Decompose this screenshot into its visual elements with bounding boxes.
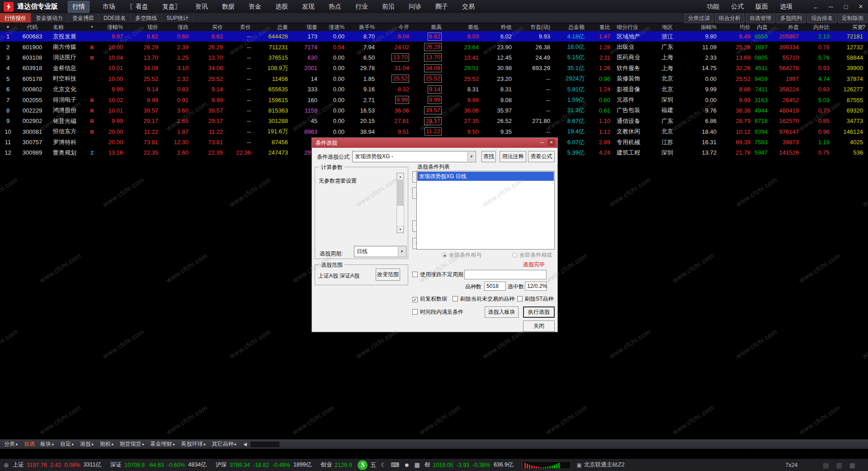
bottom-tab-自定[interactable]: 自定▲ [60,440,75,448]
menu-item-复盘〗[interactable]: 复盘〗 [161,1,182,12]
column-header-细分行业[interactable]: 细分行业 [613,23,656,31]
checkbox-icon[interactable] [453,296,458,301]
toolbar-tab-多空阵线[interactable]: 多空阵线 [131,13,162,23]
table-row[interactable]: 7002055得润电子R10.029.990.919.99--159615160… [0,94,868,105]
table-row[interactable]: 1600683京投发展9.976.620.606.62--6444261730.… [0,31,868,42]
bottom-tab-板块[interactable]: 板块▲ [40,440,55,448]
monitor-icon[interactable]: ▤ [823,462,829,469]
chevron-down-icon[interactable]: ▼ [467,152,475,161]
table-row[interactable]: 2601900南方传媒R10.0026.292.3926.29--7112317… [0,42,868,52]
execute-pick-button[interactable]: 执行选股 [523,306,555,318]
download-icon[interactable]: ▦ [849,462,855,469]
checkbox-variable-period[interactable]: 使用涨跌不定周期 [412,271,463,278]
menu-item-资金[interactable]: 资金 [248,1,262,12]
usage-note-button[interactable]: 用法注释 [500,151,526,162]
column-header-最低[interactable]: 最低 [444,23,481,31]
keyboard-icon[interactable]: ⌨ [391,462,399,468]
radio-all-and[interactable]: 全部条件相与 [442,251,481,259]
scroll-up-icon[interactable]: ▲ [397,173,404,180]
column-header-振幅%[interactable]: 振幅% [678,23,719,31]
menu-item-选项[interactable]: 选项 [780,3,793,11]
toolbar-button-综合排名[interactable]: 综合排名 [807,14,836,23]
formula-combobox[interactable]: 发现强势股XG - ▼ [352,151,476,162]
checkbox-icon[interactable] [517,296,523,301]
toolbar-tab-行情报价[interactable]: 行情报价 [0,13,31,23]
qr-grid-icon[interactable]: ▦ [415,462,420,468]
toolbar-tab-SUP统计[interactable]: SUP统计 [162,13,193,23]
radio-icon[interactable] [512,253,517,258]
menu-item-数据[interactable]: 数据 [221,1,236,12]
change-range-button[interactable]: 改变范围 [376,268,400,281]
toolbar-button-定制版面[interactable]: 定制版面 [838,14,867,23]
column-header-昨收[interactable]: 昨收 [481,23,514,31]
column-header-代码[interactable]: 代码 [16,23,49,31]
checkbox-forward-adjusted[interactable]: ✓前复权数据 [412,295,447,303]
column-header-今开[interactable]: 今开 [377,23,411,31]
column-header-•[interactable]: • [87,23,97,31]
bottom-tab-美股环球[interactable]: 美股环球▲ [181,440,206,448]
input-wubi-indicator[interactable]: 五 [370,461,376,469]
checkbox-checked-icon[interactable]: ✓ [412,297,418,302]
menu-item-发现[interactable]: 发现 [301,1,316,12]
bottom-tab-期权[interactable]: 期权▲ [100,440,114,448]
scroll-down-icon[interactable]: ▼ [397,226,404,233]
menu-item-〖看盘[interactable]: 〖看盘 [128,1,149,12]
menu-item-资讯[interactable]: 资讯 [194,1,209,12]
radio-all-or[interactable]: 全部条件相或 [512,251,552,259]
toolbar-button-多股同列[interactable]: 多股同列 [777,14,806,23]
scrollbar-thumb[interactable] [397,180,403,206]
bottom-tab-基金理财[interactable]: 基金理财▲ [151,440,176,448]
column-header-内盘[interactable]: 内盘 [753,23,770,31]
find-button[interactable]: 查找 [481,151,496,162]
table-row[interactable]: 9002902铭普光磁R9.9929.172.6529.17--30128845… [0,116,868,126]
menu-item-市场[interactable]: 市场 [102,1,116,12]
column-header-总量[interactable]: 总量 [253,23,290,31]
column-header-现价[interactable]: 现价 [125,23,160,31]
menu-item-版面[interactable]: 版面 [755,3,768,11]
view-formula-button[interactable]: 查看公式 [528,151,555,162]
menu-item-前沿[interactable]: 前沿 [381,1,396,12]
column-header-现量[interactable]: 现量 [290,23,320,31]
column-header-总金额[interactable]: 总金额 [552,23,587,31]
checkbox-exclude-untraded[interactable]: 剔除当前未交易的品种 [453,295,514,303]
column-header-地区[interactable]: 地区 [656,23,678,31]
menu-item-热点[interactable]: 热点 [328,1,342,12]
bottom-tab-期货现货[interactable]: 期货现货▲ [120,440,145,448]
menu-item-公式[interactable]: 公式 [731,3,744,11]
bottom-tab-港股[interactable]: 港股▲ [80,440,94,448]
checkbox-exclude-st[interactable]: 剔除ST品种 [517,295,553,303]
bottom-tab-自选[interactable]: 自选 [24,440,35,448]
column-header-市盈(动)[interactable]: 市盈(动) [514,23,552,31]
menu-item-交易[interactable]: 交易 [461,1,476,12]
radio-icon[interactable] [442,253,447,258]
column-header-量比[interactable]: 量比 [587,23,613,31]
period-combobox[interactable]: 日线 ▼ [354,246,406,257]
column-header-换手%[interactable]: 换手% [347,23,377,31]
checkbox-time-range[interactable]: 时间段内满足条件 [412,308,463,316]
message-icon[interactable]: ▥ [836,462,842,469]
column-header-外盘[interactable]: 外盘 [770,23,801,31]
table-row[interactable]: 5605178时空科技10.0025.522.3225.52--11456140… [0,74,868,84]
table-row[interactable]: 4603918金桥信息10.0134.083.1034.08--108.9万20… [0,63,868,73]
menu-item-选股[interactable]: 选股 [274,1,289,12]
close-button[interactable]: 关闭 [523,320,555,332]
table-row[interactable]: 3603108润达医疗R10.0413.701.2513.70--3765156… [0,52,868,63]
bottom-tab-分类[interactable]: 分类▲ [4,440,19,448]
back-arrow-icon[interactable]: ← [812,3,820,10]
menu-item-行业[interactable]: 行业 [354,1,369,12]
toolbar-tab-资金博弈[interactable]: 资金博弈 [68,13,99,23]
condition-listbox[interactable]: 发现强势股XG 日线 [416,171,555,250]
toolbar-button-分类过滤[interactable]: 分类过滤 [684,14,713,23]
menu-item-功能[interactable]: 功能 [707,3,719,11]
moon-icon[interactable]: ☾ [381,462,386,468]
table-row[interactable]: 10300081恒信东方R20.0011.221.8711.22--191.6万… [0,127,868,137]
close-icon[interactable]: × [857,3,864,11]
toolbar-tab-资金驱动力[interactable]: 资金驱动力 [31,13,68,23]
minimize-icon[interactable]: ─ [827,3,835,10]
column-header-均价[interactable]: 均价 [719,23,753,31]
dialog-close-icon[interactable]: × [547,139,555,146]
toolbar-tab-DDE排名[interactable]: DDE排名 [99,13,131,23]
column-header-涨跌[interactable]: 涨跌 [160,23,191,31]
bottom-tab-其它品种[interactable]: 其它品种▲ [212,440,237,448]
menu-item-行情[interactable]: 行情 [68,1,90,13]
